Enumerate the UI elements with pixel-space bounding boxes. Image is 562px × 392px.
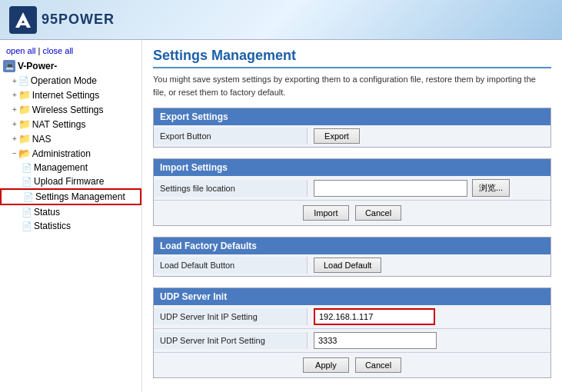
sidebar-item-vpower[interactable]: 💻 V-Power- [0, 58, 141, 74]
udp-ip-label: UDP Server Init IP Setting [154, 308, 308, 325]
udp-port-label: UDP Server Init Port Setting [154, 332, 308, 349]
udp-ip-value [308, 305, 550, 328]
folder-icon: 📁 [18, 133, 31, 145]
import-actions-row: Import Cancel [154, 200, 550, 225]
computer-icon: 💻 [3, 60, 15, 72]
import-file-input[interactable] [314, 180, 467, 197]
export-row-value: Export [308, 125, 550, 147]
page-icon: 📄 [22, 221, 32, 231]
expand-icon: + [12, 77, 17, 85]
sidebar: open all | close all 💻 V-Power- + 📄 Oper… [0, 40, 142, 392]
import-settings-section: Import Settings Settings file location 浏… [153, 158, 551, 226]
export-button-label: Export Button [154, 128, 308, 145]
load-factory-header: Load Factory Defaults [154, 238, 550, 254]
load-default-row: Load Default Button Load Default [154, 254, 550, 276]
sidebar-item-label: Internet Settings [32, 90, 99, 101]
folder-icon: 📁 [18, 89, 31, 101]
sidebar-item-administration[interactable]: − 📂 Administration [0, 146, 141, 161]
logo-icon [9, 6, 37, 34]
apply-button[interactable]: Apply [303, 357, 349, 373]
sidebar-item-label: Operation Mode [31, 75, 97, 86]
import-file-label: Settings file location [154, 180, 308, 197]
logo-text: 95POWER [42, 12, 115, 28]
udp-port-row: UDP Server Init Port Setting [154, 328, 550, 352]
udp-ip-input[interactable] [314, 308, 435, 325]
sidebar-item-nas[interactable]: + 📁 NAS [0, 131, 141, 146]
expand-icon: − [12, 149, 17, 158]
udp-server-body: UDP Server Init IP Setting UDP Server In… [154, 305, 550, 377]
content-area: Settings Management You might save syste… [142, 40, 562, 392]
browse-button[interactable]: 浏览... [472, 179, 510, 197]
load-default-label: Load Default Button [154, 257, 308, 274]
page-icon: 📄 [22, 177, 32, 187]
expand-icon: + [12, 91, 17, 99]
sidebar-item-label: Settings Management [35, 191, 125, 202]
udp-ip-row: UDP Server Init IP Setting [154, 305, 550, 328]
load-default-value: Load Default [308, 254, 550, 276]
sidebar-item-internet-settings[interactable]: + 📁 Internet Settings [0, 88, 141, 102]
udp-server-header: UDP Server Init [154, 288, 550, 305]
sidebar-item-upload-firmware[interactable]: 📄 Upload Firmware [0, 174, 141, 188]
sidebar-item-label: Wireless Settings [32, 105, 104, 115]
sidebar-item-statistics[interactable]: 📄 Statistics [0, 219, 141, 233]
sidebar-item-settings-management[interactable]: 📄 Settings Management [0, 188, 141, 205]
sidebar-item-label: Management [34, 162, 88, 173]
import-file-value: 浏览... [308, 176, 550, 200]
export-row: Export Button Export [154, 125, 550, 147]
page-title: Settings Management [153, 48, 551, 68]
sidebar-item-operation-mode[interactable]: + 📄 Operation Mode [0, 74, 141, 88]
import-settings-body: Settings file location 浏览... Import Canc… [154, 176, 550, 225]
udp-port-value [308, 329, 550, 352]
udp-cancel-button[interactable]: Cancel [355, 357, 401, 373]
udp-port-input[interactable] [314, 332, 437, 349]
load-default-button[interactable]: Load Default [314, 257, 381, 273]
expand-icon: + [12, 135, 17, 143]
sidebar-item-label: Status [34, 207, 60, 218]
sidebar-item-label: V-Power- [18, 61, 57, 71]
folder-icon: 📁 [18, 104, 31, 115]
sidebar-item-label: Upload Firmware [34, 176, 104, 187]
open-all-link[interactable]: open all [6, 46, 36, 55]
main-container: open all | close all 💻 V-Power- + 📄 Oper… [0, 40, 562, 392]
sidebar-item-management[interactable]: 📄 Management [0, 161, 141, 174]
import-file-row: Settings file location 浏览... [154, 176, 550, 200]
page-icon: 📄 [22, 163, 32, 173]
export-settings-section: Export Settings Export Button Export [153, 108, 551, 148]
sidebar-item-status[interactable]: 📄 Status [0, 205, 141, 219]
page-icon: 📄 [18, 76, 29, 86]
export-settings-body: Export Button Export [154, 125, 550, 147]
import-cancel-button[interactable]: Cancel [355, 205, 401, 221]
expand-icon: + [12, 120, 17, 128]
export-button[interactable]: Export [314, 128, 360, 144]
close-all-link[interactable]: close all [43, 46, 74, 55]
udp-server-section: UDP Server Init UDP Server Init IP Setti… [153, 287, 551, 378]
sidebar-top-links: open all | close all [0, 43, 141, 58]
folder-open-icon: 📂 [18, 148, 31, 159]
page-icon: 📄 [23, 192, 34, 202]
udp-actions-row: Apply Cancel [154, 352, 550, 377]
expand-icon: + [12, 105, 17, 114]
export-settings-header: Export Settings [154, 108, 550, 125]
sidebar-item-label: NAS [32, 134, 52, 145]
load-factory-body: Load Default Button Load Default [154, 254, 550, 276]
logo: 95POWER [9, 6, 115, 34]
load-factory-section: Load Factory Defaults Load Default Butto… [153, 237, 551, 277]
svg-rect-2 [18, 23, 28, 25]
page-description: You might save system settings by export… [153, 73, 551, 98]
folder-icon: 📁 [18, 118, 31, 130]
sidebar-item-wireless-settings[interactable]: + 📁 Wireless Settings [0, 102, 141, 117]
sidebar-item-label: NAT Settings [32, 119, 86, 130]
sidebar-item-label: Administration [32, 148, 91, 159]
header: 95POWER [0, 0, 562, 40]
import-settings-header: Import Settings [154, 159, 550, 176]
import-button[interactable]: Import [303, 205, 349, 221]
sidebar-item-nat-settings[interactable]: + 📁 NAT Settings [0, 117, 141, 131]
page-icon: 📄 [22, 208, 32, 218]
sidebar-item-label: Statistics [34, 221, 71, 231]
